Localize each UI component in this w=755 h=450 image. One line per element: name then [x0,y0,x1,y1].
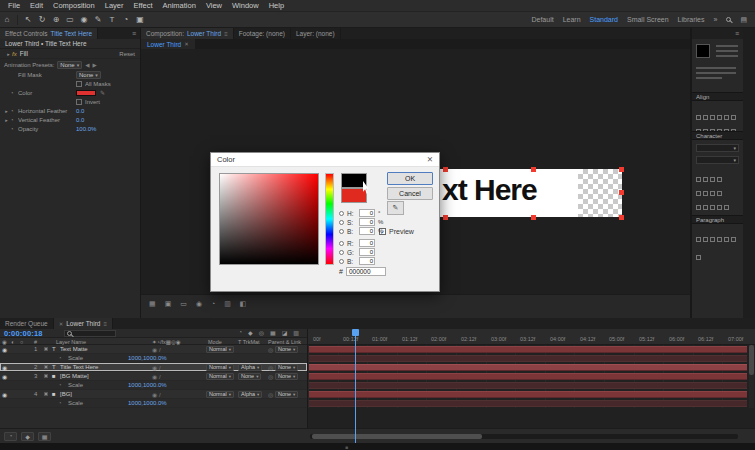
green-value-field[interactable]: 0 [359,248,375,256]
brush-tool-icon[interactable]: ◔ [119,15,133,24]
title-text-layer[interactable]: xt Here [442,173,537,207]
playhead-line[interactable] [355,329,356,443]
expand-transfer-controls-toggle[interactable]: ◆ [21,432,34,441]
saturation-radio[interactable] [339,220,344,225]
property-row-scale[interactable]: ◔ Scale 1000,1000.0% [0,354,307,363]
eyedropper-button[interactable]: ✎ [387,201,404,215]
workspace-standard[interactable]: Standard [590,16,618,23]
pen-tool-icon[interactable]: ✎ [91,15,105,24]
all-masks-checkbox[interactable] [76,81,82,87]
font-style-dropdown[interactable]: ▾ [696,156,739,164]
selection-handle[interactable] [531,215,536,220]
twirl-icon[interactable]: ▸ [3,108,10,114]
character-panel-header[interactable]: Character [692,131,743,140]
close-icon[interactable]: ✕ [184,41,189,47]
viewer-tab-lower-third[interactable]: Lower Third ✕ [141,39,195,49]
menu-help[interactable]: Help [264,1,289,10]
parent-dropdown[interactable]: None▾ [275,373,298,380]
region-of-interest-icon[interactable]: ▭ [180,300,187,308]
layer-switches-icons[interactable]: ◉ / [152,345,161,353]
home-icon[interactable]: ⌂ [0,15,14,24]
label-color-swatch[interactable] [44,347,48,351]
small-caps-icon[interactable] [717,205,722,210]
eye-toggle-icon[interactable]: ◉ [2,372,7,380]
red-radio[interactable] [339,241,344,246]
menu-effect[interactable]: Effect [128,1,157,10]
scale-value[interactable]: 1000,1000.0% [128,354,167,362]
layer-duration-bar[interactable] [309,346,747,353]
menu-edit[interactable]: Edit [25,1,48,10]
menu-window[interactable]: Window [227,1,264,10]
blue-radio[interactable] [339,259,344,264]
invert-checkbox[interactable] [76,99,82,105]
stopwatch-icon[interactable]: ◔ [58,354,62,362]
shy-layers-icon[interactable]: ◎ [259,329,264,336]
fill-mask-dropdown[interactable]: None▾ [76,71,101,79]
dialog-titlebar[interactable]: Color ✕ [211,153,439,167]
font-family-dropdown[interactable]: ▾ [696,144,739,152]
layer-row-title-text-here[interactable]: ◉ 2 T Title Text Here ◉ / Normal▾ Alpha▾… [0,363,307,372]
grid-tool-icon[interactable]: ▣ [133,15,147,24]
stopwatch-icon[interactable]: ◔ [10,108,18,114]
mask-tool-icon[interactable]: ◉ [77,15,91,24]
layer-switches-icons[interactable]: ◉ / [152,390,161,398]
trkmat-dropdown[interactable]: Alpha▾ [238,364,262,371]
layer-row-text-matte[interactable]: ◉ 1 T Text Matte ◉ / Normal▾ ◎ None▾ [0,345,307,354]
blend-mode-dropdown[interactable]: Normal▾ [206,391,234,398]
horizontal-feather-value[interactable]: 0.0 [76,108,84,114]
selection-handle[interactable] [619,215,624,220]
layer-row-bg-matte[interactable]: ◉ 3 ■ [BG Matte] ◉ / Normal▾ None▾ ◎ Non… [0,372,307,381]
superscript-icon[interactable] [724,205,729,210]
draft-3d-icon[interactable]: ◆ [248,329,253,336]
parent-pickwhip-icon[interactable]: ◎ [268,373,273,380]
center-text-icon[interactable] [703,237,708,242]
twirl-icon[interactable]: ▸ [3,117,10,123]
stopwatch-icon[interactable]: ◔ [58,399,62,407]
tab-composition[interactable]: Composition: Lower Third ≡ [141,28,234,39]
parent-pickwhip-icon[interactable]: ◎ [268,391,273,398]
property-row-scale[interactable]: ◔ Scale 1000,1000.0% [0,399,307,408]
justify-last-right-icon[interactable] [731,237,736,242]
property-row-scale[interactable]: ◔ Scale 1000,1000.0% [0,381,307,390]
workspace-overflow-icon[interactable]: » [713,16,717,23]
scrollbar-thumb[interactable] [312,434,482,439]
label-color-swatch[interactable] [44,365,48,369]
search-icon[interactable] [726,17,731,22]
playhead-handle[interactable] [352,329,359,336]
tab-layer[interactable]: Layer: (none) [291,28,341,39]
tab-effect-controls[interactable]: Effect Controls Title Text Here [0,28,98,39]
justify-all-icon[interactable] [696,255,701,260]
align-panel-header[interactable]: Align [692,92,743,101]
ok-button[interactable]: OK [387,172,433,185]
preset-prev-icon[interactable]: ◀ [85,62,89,68]
paragraph-panel-header[interactable]: Paragraph [692,215,743,224]
selection-handle[interactable] [619,167,624,172]
parent-dropdown[interactable]: None▾ [275,391,298,398]
justify-last-center-icon[interactable] [724,237,729,242]
scale-value[interactable]: 1000,1000.0% [128,381,167,389]
close-icon[interactable]: ✕ [59,321,64,327]
panel-menu-icon[interactable]: ≡ [224,31,228,37]
resolution-control-icon[interactable]: ▥ [224,300,231,308]
hue-slider[interactable] [325,173,334,265]
menu-layer[interactable]: Layer [100,1,129,10]
magnification-control-icon[interactable]: ▦ [149,300,156,308]
workspace-learn[interactable]: Learn [563,16,581,23]
workspace-small-screen[interactable]: Small Screen [627,16,669,23]
parent-dropdown[interactable]: None▾ [275,346,298,353]
panel-list-icon[interactable]: ▤ [740,16,747,24]
parent-pickwhip-icon[interactable]: ◎ [268,346,273,353]
menu-view[interactable]: View [201,1,227,10]
frame-blending-icon[interactable]: ▦ [270,329,276,336]
workspace-default[interactable]: Default [531,16,553,23]
selection-handle[interactable] [443,215,448,220]
saturation-value-field[interactable]: 0 [359,218,375,226]
faux-bold-icon[interactable] [696,205,701,210]
fast-previews-icon[interactable]: ◧ [240,300,247,308]
blue-value-field[interactable]: 0 [359,257,375,265]
label-color-swatch[interactable] [44,374,48,378]
blend-mode-dropdown[interactable]: Normal▾ [206,373,234,380]
red-value-field[interactable]: 0 [359,239,375,247]
time-ruler[interactable]: 00f 00:12f 01:00f 01:12f 02:00f 02:12f 0… [308,329,755,345]
stopwatch-icon[interactable]: ◔ [10,117,18,123]
